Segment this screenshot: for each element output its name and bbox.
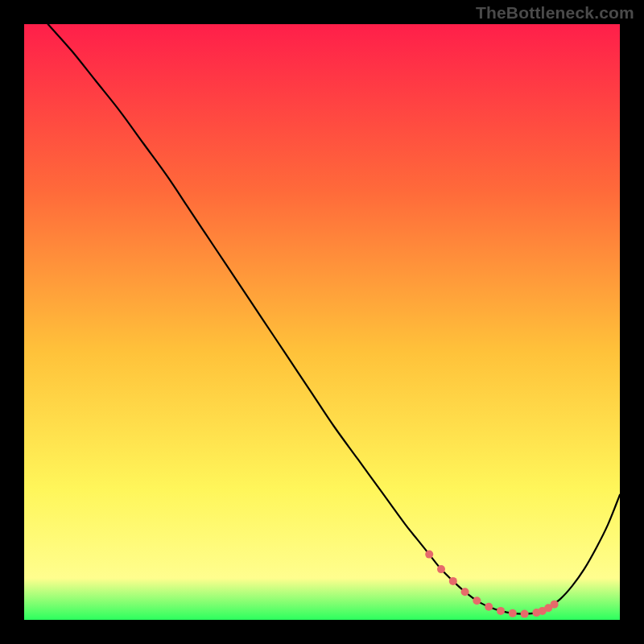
curve-marker: [437, 565, 445, 573]
curve-marker: [551, 601, 559, 609]
chart-plot-area: [24, 24, 620, 620]
gradient-background: [24, 24, 620, 620]
chart-svg: [24, 24, 620, 620]
watermark-text: TheBottleneck.com: [476, 3, 634, 23]
curve-marker: [497, 607, 505, 615]
curve-marker: [473, 597, 481, 605]
curve-marker: [521, 610, 529, 618]
curve-marker: [509, 609, 517, 617]
curve-marker: [425, 551, 433, 559]
curve-marker: [449, 577, 457, 585]
curve-marker: [461, 588, 469, 596]
chart-stage: TheBottleneck.com: [0, 0, 644, 644]
curve-marker: [485, 603, 493, 611]
